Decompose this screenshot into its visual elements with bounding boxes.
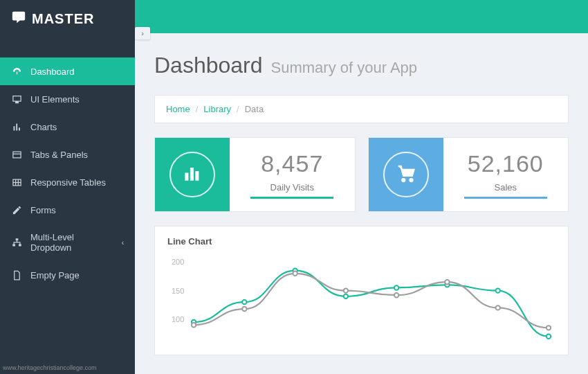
sidebar-item-empty-page[interactable]: Empty Page [0,261,135,289]
page-title-text: Dashboard [154,53,263,78]
svg-point-23 [394,293,398,297]
sidebar-item-charts[interactable]: Charts [0,113,135,141]
bar-chart-icon [11,121,22,132]
stat-tile [369,138,443,211]
line-chart: 100150200 [167,251,555,348]
sidebar-item-ui-elements[interactable]: UI Elements [0,85,135,113]
sidebar-item-label: Forms [30,205,56,215]
edit-icon [11,204,22,215]
svg-point-9 [402,179,405,181]
svg-point-26 [546,326,551,330]
dashboard-icon [11,66,22,77]
chart-ytick: 150 [172,287,184,295]
svg-point-25 [496,305,500,310]
svg-point-17 [496,288,500,292]
breadcrumb-link-library[interactable]: Library [203,104,231,114]
svg-point-18 [546,335,551,339]
main: › Dashboard Summary of your App Home / L… [135,0,588,374]
svg-point-14 [344,294,348,299]
watermark: www.heritagechristiancollege.com [3,364,97,371]
stat-value: 52,160 [468,150,544,177]
svg-rect-8 [19,244,21,246]
monitor-icon [11,93,22,105]
cart-icon [396,163,416,186]
chart-title: Line Chart [167,236,555,247]
page-title: Dashboard Summary of your App [154,53,569,78]
breadcrumb-link-home[interactable]: Home [166,104,190,114]
svg-point-12 [242,300,246,304]
stat-card-daily-visits: 8,457 Daily Visits [154,137,356,212]
table-icon [11,177,22,188]
stat-value: 8,457 [261,150,323,177]
breadcrumb-separator: / [196,104,199,114]
sidebar-item-forms[interactable]: Forms [0,196,135,224]
stat-card-sales: 52,160 Sales [368,137,569,212]
breadcrumb-current: Data [245,104,264,114]
sidebar-item-label: Responsive Tables [30,177,106,188]
svg-rect-0 [12,152,20,158]
sidebar-item-multi-level-dropdown[interactable]: Multi-Level Dropdown ‹ [0,224,135,261]
sidebar-item-label: Tabs & Panels [30,150,88,160]
sidebar-item-tabs-panels[interactable]: Tabs & Panels [0,141,135,168]
page-subtitle: Summary of your App [271,59,418,77]
sidebar-item-label: UI Elements [30,94,80,105]
sidebar-item-label: Dashboard [30,66,75,77]
svg-rect-6 [15,238,18,240]
topbar: › [135,0,588,33]
svg-point-24 [445,280,449,284]
brand: MASTER [0,0,135,38]
sidebar-item-dashboard[interactable]: Dashboard [0,57,135,85]
svg-rect-7 [12,244,15,246]
chevron-left-icon: ‹ [122,239,124,247]
sidebar-item-label: Charts [30,122,57,132]
sidebar: MASTER Dashboard UI Elements Charts Tabs… [0,0,135,374]
brand-text: MASTER [32,11,94,27]
chart-ytick: 100 [172,315,184,323]
sidebar-item-label: Empty Page [30,270,80,280]
stat-label: Sales [494,180,517,193]
file-icon [11,269,22,280]
sidebar-item-responsive-tables[interactable]: Responsive Tables [0,168,135,196]
stat-label: Daily Visits [270,180,314,193]
sitemap-icon [11,237,22,248]
sidebar-item-label: Multi-Level Dropdown [30,232,113,253]
svg-point-19 [192,323,196,327]
chat-icon [11,10,26,28]
sidebar-toggle-button[interactable]: › [135,27,150,39]
svg-point-22 [344,288,348,292]
chart-ytick: 200 [172,258,184,266]
breadcrumb-separator: / [237,104,239,114]
bar-chart-icon [182,163,203,186]
svg-point-20 [242,307,246,311]
panel-icon [11,149,22,160]
svg-point-21 [293,271,297,276]
svg-point-10 [410,179,412,181]
breadcrumb: Home / Library / Data [154,95,569,123]
chart-panel: Line Chart 100150200 [154,226,569,355]
svg-point-15 [394,285,398,290]
stat-tile [155,138,230,211]
